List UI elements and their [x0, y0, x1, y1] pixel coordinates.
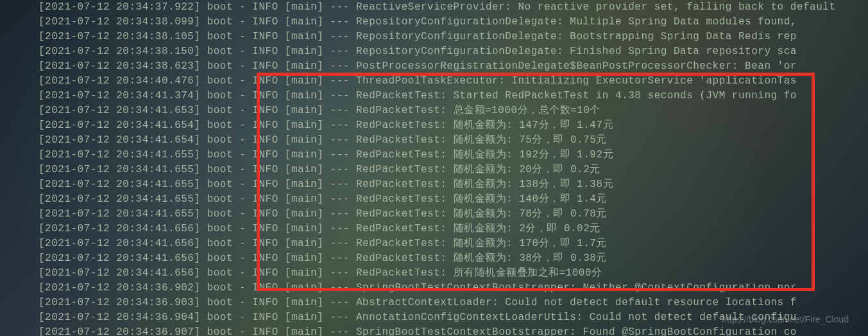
log-line: [2021-07-12 20:34:41.653] boot - INFO [m…: [0, 103, 868, 118]
log-line: [2021-07-12 20:34:41.655] boot - INFO [m…: [0, 148, 868, 163]
log-line: [2021-07-12 20:34:36.903] boot - INFO [m…: [0, 296, 868, 310]
log-line: [2021-07-12 20:34:41.655] boot - INFO [m…: [0, 207, 868, 222]
log-line: [2021-07-12 20:34:36.902] boot - INFO [m…: [0, 281, 868, 296]
log-line: [2021-07-12 20:34:41.656] boot - INFO [m…: [0, 236, 868, 251]
log-line: [2021-07-12 20:34:41.656] boot - INFO [m…: [0, 266, 868, 281]
log-output-panel[interactable]: [2021-07-12 20:34:37.922] boot - INFO [m…: [0, 0, 868, 336]
log-line: [2021-07-12 20:34:41.654] boot - INFO [m…: [0, 133, 868, 148]
watermark-text: https://blog.csdn.net/Fire_Cloud: [722, 312, 849, 327]
log-line: [2021-07-12 20:34:38.099] boot - INFO [m…: [0, 15, 868, 30]
log-line: [2021-07-12 20:34:41.654] boot - INFO [m…: [0, 118, 868, 133]
log-line: [2021-07-12 20:34:38.105] boot - INFO [m…: [0, 30, 868, 44]
log-line: [2021-07-12 20:34:41.655] boot - INFO [m…: [0, 163, 868, 177]
log-line: [2021-07-12 20:34:41.655] boot - INFO [m…: [0, 192, 868, 207]
log-line: [2021-07-12 20:34:38.150] boot - INFO [m…: [0, 44, 868, 59]
log-line: [2021-07-12 20:34:41.656] boot - INFO [m…: [0, 222, 868, 236]
log-line: [2021-07-12 20:34:41.656] boot - INFO [m…: [0, 251, 868, 266]
log-line: [2021-07-12 20:34:38.623] boot - INFO [m…: [0, 59, 868, 74]
log-line: [2021-07-12 20:34:40.476] boot - INFO [m…: [0, 74, 868, 89]
log-line: [2021-07-12 20:34:37.922] boot - INFO [m…: [0, 0, 868, 15]
log-line: [2021-07-12 20:34:41.374] boot - INFO [m…: [0, 89, 868, 103]
log-line: [2021-07-12 20:34:41.655] boot - INFO [m…: [0, 177, 868, 192]
